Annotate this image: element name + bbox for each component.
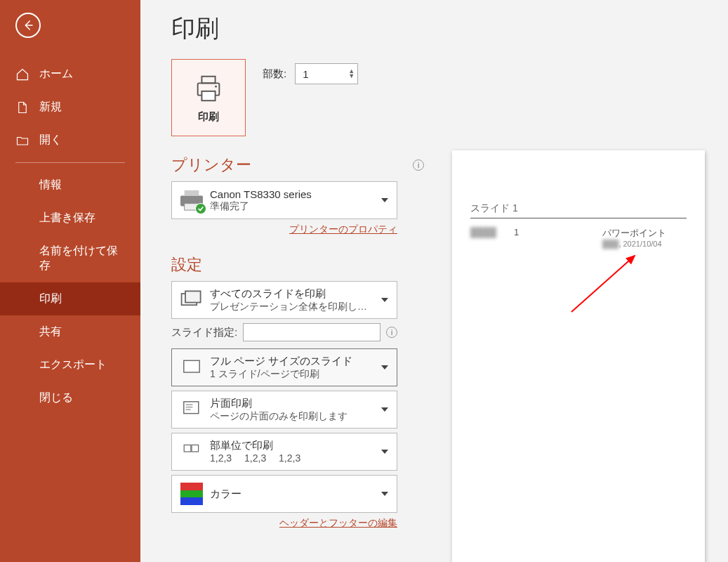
spinner-arrows-icon[interactable]: ▲▼ xyxy=(348,69,355,79)
nav-label: 閉じる xyxy=(39,391,73,405)
print-preview-pane: スライド 1 ████ 1 パワーポイント ███, 2021/10/04 xyxy=(452,13,728,562)
nav-label: 名前を付けて保存 xyxy=(39,244,126,273)
option-line2: プレゼンテーション全体を印刷し… xyxy=(210,301,374,313)
printer-name: Canon TS8330 series xyxy=(210,188,374,200)
option-line1: フル ページ サイズのスライド xyxy=(210,355,374,368)
svg-rect-5 xyxy=(185,190,199,196)
nav-share[interactable]: 共有 xyxy=(0,315,140,348)
nav-label: 情報 xyxy=(39,178,62,192)
nav-label: エクスポート xyxy=(39,358,107,372)
nav-label: ホーム xyxy=(39,67,73,81)
chevron-down-icon xyxy=(381,492,388,496)
slide-range-row: スライド指定: i xyxy=(171,323,397,341)
print-layout-selector[interactable]: フル ページ サイズのスライド 1 スライド/ページで印刷 xyxy=(171,348,397,386)
print-color-selector[interactable]: カラー xyxy=(171,475,397,513)
home-icon xyxy=(15,67,29,81)
nav-label: 開く xyxy=(39,133,62,148)
print-scope-selector[interactable]: すべてのスライドを印刷 プレゼンテーション全体を印刷し… xyxy=(171,281,397,319)
printer-selector[interactable]: Canon TS8330 series 準備完了 xyxy=(171,181,397,219)
printer-device-icon xyxy=(178,189,205,211)
status-ok-icon xyxy=(195,203,206,214)
nav-print[interactable]: 印刷 xyxy=(0,282,140,315)
chevron-down-icon xyxy=(381,298,388,302)
option-line1: 片面印刷 xyxy=(210,397,374,410)
slide-range-input[interactable] xyxy=(243,323,380,341)
copies-label: 部数: xyxy=(263,67,286,81)
chevron-down-icon xyxy=(381,365,388,370)
info-icon[interactable]: i xyxy=(413,159,424,171)
info-icon[interactable]: i xyxy=(386,327,397,338)
nav-export[interactable]: エクスポート xyxy=(0,348,140,381)
nav-label: 印刷 xyxy=(39,292,62,306)
divider xyxy=(15,162,125,163)
document-icon xyxy=(15,100,29,115)
nav-open[interactable]: 開く xyxy=(0,124,140,157)
option-line2: ページの片面のみを印刷します xyxy=(210,410,374,423)
option-line2: 1,2,3 1,2,3 1,2,3 xyxy=(210,452,374,465)
svg-rect-9 xyxy=(184,360,199,372)
option-line1: 部単位で印刷 xyxy=(210,439,374,452)
nav-label: 共有 xyxy=(39,325,62,339)
back-button[interactable] xyxy=(15,13,41,38)
nav-close[interactable]: 閉じる xyxy=(0,381,140,414)
print-sided-selector[interactable]: 片面印刷 ページの片面のみを印刷します xyxy=(171,391,397,429)
collate-icon xyxy=(178,438,206,466)
content-area: 印刷 印刷 部数: 1 ▲▼ プリンター i xyxy=(140,0,728,562)
nav-new[interactable]: 新規 xyxy=(0,91,140,124)
full-page-icon xyxy=(178,353,206,381)
printer-heading: プリンター xyxy=(171,155,251,176)
preview-page: スライド 1 ████ 1 パワーポイント ███, 2021/10/04 xyxy=(452,150,705,562)
nav-save[interactable]: 上書き保存 xyxy=(0,202,140,235)
settings-heading: 設定 xyxy=(171,254,202,275)
print-button[interactable]: 印刷 xyxy=(171,59,246,136)
single-side-icon xyxy=(178,396,206,424)
color-swatch-icon xyxy=(178,480,206,508)
preview-row-date: , 2021/10/04 xyxy=(618,240,661,248)
nav-label: 上書き保存 xyxy=(39,211,95,226)
svg-line-16 xyxy=(571,256,635,312)
svg-rect-15 xyxy=(192,445,199,452)
preview-slide-label: スライド 1 xyxy=(470,202,687,218)
copies-spinner[interactable]: 1 ▲▼ xyxy=(295,63,358,84)
preview-blurred-text: ████ xyxy=(470,227,512,248)
svg-rect-2 xyxy=(201,91,215,100)
slide-range-label: スライド指定: xyxy=(171,326,237,339)
back-arrow-icon xyxy=(22,19,34,32)
svg-rect-14 xyxy=(184,445,191,452)
slides-all-icon xyxy=(178,286,206,314)
chevron-down-icon xyxy=(381,198,388,202)
option-line1: すべてのスライドを印刷 xyxy=(210,287,374,301)
printer-status: 準備完了 xyxy=(210,200,374,213)
svg-rect-8 xyxy=(185,291,201,302)
printer-icon xyxy=(192,72,225,105)
nav-info[interactable]: 情報 xyxy=(0,169,140,202)
preview-row-text: パワーポイント xyxy=(602,227,687,240)
edit-header-footer-link[interactable]: ヘッダーとフッターの編集 xyxy=(171,517,397,530)
option-line1: カラー xyxy=(210,488,374,501)
svg-point-3 xyxy=(215,85,217,87)
nav-save-as[interactable]: 名前を付けて保存 xyxy=(0,235,140,282)
printer-properties-link[interactable]: プリンターのプロパティ xyxy=(171,223,397,236)
nav-label: 新規 xyxy=(39,100,62,115)
copies-value: 1 xyxy=(303,68,308,80)
print-settings-pane: 印刷 印刷 部数: 1 ▲▼ プリンター i xyxy=(171,13,424,562)
svg-rect-1 xyxy=(201,76,215,83)
copies-control: 部数: 1 ▲▼ xyxy=(263,63,358,84)
print-collate-selector[interactable]: 部単位で印刷 1,2,3 1,2,3 1,2,3 xyxy=(171,433,397,471)
option-line2: 1 スライド/ページで印刷 xyxy=(210,368,374,381)
annotation-arrow-icon xyxy=(564,249,649,319)
backstage-sidebar: ホーム 新規 開く 情報 上書き保存 名前を付けて保存 印刷 共有 エクスポート… xyxy=(0,0,140,562)
preview-row-num: 1 xyxy=(514,227,519,248)
print-button-label: 印刷 xyxy=(198,110,219,124)
page-title: 印刷 xyxy=(171,13,424,45)
nav-home[interactable]: ホーム xyxy=(0,58,140,91)
folder-open-icon xyxy=(15,133,29,148)
chevron-down-icon xyxy=(381,407,388,412)
chevron-down-icon xyxy=(381,450,388,454)
